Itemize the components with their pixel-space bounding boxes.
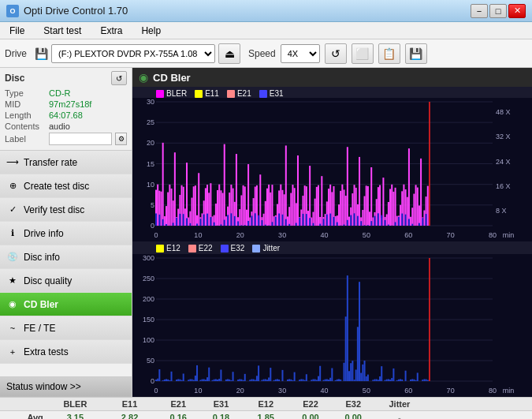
sidebar-item-label-disc-info: Disc info bbox=[24, 252, 60, 263]
stats-avg-e21: 0.16 bbox=[157, 411, 199, 420]
bottom-chart-canvas bbox=[132, 254, 532, 397]
th-e12: E12 bbox=[243, 398, 289, 411]
disc-mid-label: MID bbox=[5, 99, 46, 109]
legend-label-e11: E11 bbox=[205, 89, 219, 98]
disc-length-row: Length 64:07.68 bbox=[5, 110, 127, 120]
cd-bler-chart-icon: ◉ bbox=[139, 71, 148, 84]
disc-label-input[interactable] bbox=[49, 133, 112, 145]
status-window-button[interactable]: Status window >> bbox=[0, 376, 132, 397]
chart-header: ◉ CD Bler bbox=[132, 68, 532, 87]
th-e22: E22 bbox=[289, 398, 332, 411]
menu-start-test[interactable]: Start test bbox=[37, 24, 87, 38]
legend-e12: E12 bbox=[156, 244, 180, 253]
disc-type-value: CD-R bbox=[49, 88, 71, 98]
disc-contents-row: Contents audio bbox=[5, 122, 127, 131]
erase-button[interactable]: ⬜ bbox=[352, 43, 374, 64]
sidebar-item-extra-tests[interactable]: + Extra tests bbox=[0, 340, 132, 364]
top-chart-legend: BLER E11 E21 E31 bbox=[132, 87, 532, 98]
sidebar-item-transfer-rate[interactable]: ⟶ Transfer rate bbox=[0, 151, 132, 174]
titlebar-left: O Opti Drive Control 1.70 bbox=[6, 5, 128, 17]
stats-avg-bler: 3.15 bbox=[48, 411, 102, 420]
sidebar-item-label-disc-quality: Disc quality bbox=[24, 275, 72, 286]
legend-dot-e32 bbox=[221, 245, 229, 253]
legend-dot-jitter bbox=[252, 245, 260, 253]
disc-panel: Disc ↺ Type CD-R MID 97m27s18f Length 64… bbox=[0, 68, 132, 151]
th-bler: BLER bbox=[48, 398, 102, 411]
legend-e11: E11 bbox=[195, 89, 219, 98]
top-chart-canvas bbox=[132, 98, 532, 241]
menu-file[interactable]: File bbox=[3, 24, 31, 38]
disc-quality-icon: ★ bbox=[6, 275, 19, 287]
sidebar-menu: ⟶ Transfer rate ⊕ Create test disc ✓ Ver… bbox=[0, 151, 132, 376]
disc-refresh-button[interactable]: ↺ bbox=[111, 71, 127, 85]
disc-mid-value: 97m27s18f bbox=[49, 99, 91, 109]
disc-mid-row: MID 97m27s18f bbox=[5, 99, 127, 109]
legend-dot-e12 bbox=[156, 245, 164, 253]
drive-selector[interactable]: 💾 (F:) PLEXTOR DVDR PX-755A 1.08 ⏏ bbox=[35, 43, 240, 64]
menubar: File Start test Extra Help bbox=[0, 22, 532, 39]
sidebar-item-label-fe-te: FE / TE bbox=[24, 323, 55, 334]
legend-e21: E21 bbox=[227, 89, 251, 98]
disc-header: Disc ↺ bbox=[5, 71, 127, 85]
legend-label-e12: E12 bbox=[166, 244, 180, 253]
stats-header-row: BLER E11 E21 E31 E12 E22 E32 Jitter bbox=[0, 398, 532, 411]
sidebar-item-label-create-test-disc: Create test disc bbox=[24, 181, 89, 192]
sidebar-item-verify-test-disc[interactable]: ✓ Verify test disc bbox=[0, 198, 132, 222]
legend-label-bler: BLER bbox=[166, 89, 187, 98]
sidebar-item-label-drive-info: Drive info bbox=[24, 228, 64, 239]
sidebar-item-drive-info[interactable]: ℹ Drive info bbox=[0, 222, 132, 245]
disc-length-value: 64:07.68 bbox=[49, 110, 83, 120]
sidebar-item-disc-quality[interactable]: ★ Disc quality bbox=[0, 269, 132, 293]
extra-tests-icon: + bbox=[6, 346, 19, 358]
minimize-button[interactable]: − bbox=[471, 4, 488, 18]
disc-label-icon-button[interactable]: ⚙ bbox=[115, 133, 127, 145]
window-controls[interactable]: − □ ✕ bbox=[471, 4, 526, 18]
eject-button[interactable]: ⏏ bbox=[218, 43, 240, 64]
transfer-rate-icon: ⟶ bbox=[6, 156, 19, 169]
th-action bbox=[425, 398, 532, 411]
fe-te-icon: ~ bbox=[6, 322, 19, 335]
verify-test-disc-icon: ✓ bbox=[6, 204, 19, 216]
stats-table: BLER E11 E21 E31 E12 E22 E32 Jitter Avg … bbox=[0, 398, 532, 419]
th-e31: E31 bbox=[199, 398, 242, 411]
disc-type-label: Type bbox=[5, 88, 46, 98]
sidebar-item-label-extra-tests: Extra tests bbox=[24, 346, 69, 357]
maximize-button[interactable]: □ bbox=[489, 4, 507, 18]
cd-bler-icon: ◉ bbox=[6, 298, 19, 311]
disc-length-label: Length bbox=[5, 110, 46, 120]
th-e32: E32 bbox=[332, 398, 374, 411]
menu-help[interactable]: Help bbox=[135, 24, 167, 38]
bottom-chart-legend: E12 E22 E32 Jitter bbox=[132, 241, 532, 254]
copy-button[interactable]: 📋 bbox=[378, 43, 400, 64]
refresh-button[interactable]: ↺ bbox=[325, 43, 347, 64]
main-layout: Disc ↺ Type CD-R MID 97m27s18f Length 64… bbox=[0, 68, 532, 397]
titlebar-title: Opti Drive Control 1.70 bbox=[24, 5, 128, 17]
stats-row-avg: Avg 3.15 2.82 0.16 0.18 1.85 0.00 0.00 - bbox=[0, 411, 532, 420]
menu-extra[interactable]: Extra bbox=[94, 24, 128, 38]
sidebar-item-disc-info[interactable]: 💿 Disc info bbox=[0, 245, 132, 269]
legend-dot-e21 bbox=[227, 90, 235, 98]
disc-contents-label: Contents bbox=[5, 122, 46, 131]
sidebar-item-cd-bler[interactable]: ◉ CD Bler bbox=[0, 293, 132, 316]
sidebar: Disc ↺ Type CD-R MID 97m27s18f Length 64… bbox=[0, 68, 132, 397]
th-e21: E21 bbox=[157, 398, 199, 411]
drive-dropdown[interactable]: (F:) PLEXTOR DVDR PX-755A 1.08 bbox=[51, 44, 215, 63]
disc-info-icon: 💿 bbox=[6, 251, 19, 264]
stats-avg-btn-cell bbox=[425, 411, 532, 420]
legend-label-e32: E32 bbox=[231, 244, 245, 253]
legend-label-e31: E31 bbox=[270, 89, 284, 98]
chart-title: CD Bler bbox=[153, 72, 191, 84]
save-button[interactable]: 💾 bbox=[405, 43, 427, 64]
sidebar-item-fe-te[interactable]: ~ FE / TE bbox=[0, 316, 132, 340]
drive-icon: 💾 bbox=[35, 47, 48, 60]
disc-label-row: Label ⚙ bbox=[5, 133, 127, 145]
legend-bler: BLER bbox=[156, 89, 187, 98]
stats-avg-e31: 0.18 bbox=[199, 411, 242, 420]
drivebar: Drive 💾 (F:) PLEXTOR DVDR PX-755A 1.08 ⏏… bbox=[0, 39, 532, 68]
sidebar-item-create-test-disc[interactable]: ⊕ Create test disc bbox=[0, 174, 132, 198]
legend-dot-bler bbox=[156, 90, 164, 98]
titlebar: O Opti Drive Control 1.70 − □ ✕ bbox=[0, 0, 532, 22]
close-button[interactable]: ✕ bbox=[508, 4, 526, 18]
drive-label: Drive bbox=[5, 48, 27, 59]
speed-dropdown[interactable]: 4X 1X 2X 8X 16X bbox=[281, 44, 320, 63]
